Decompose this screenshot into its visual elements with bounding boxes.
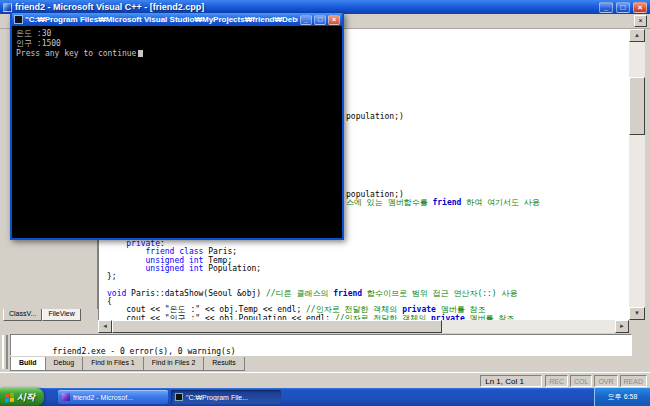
console-maximize-icon[interactable]: □ <box>314 15 326 25</box>
status-indicator-rec: REC <box>545 375 568 387</box>
status-indicator-read: READ <box>620 375 647 387</box>
output-tabs: BuildDebugFind in Files 1Find in Files 2… <box>10 357 244 371</box>
console-taskbar-icon <box>175 393 183 401</box>
taskbar-button-label: friend2 - Microsof... <box>73 394 133 401</box>
taskbar-buttons: friend2 - Microsof..."C:₩Program File... <box>58 390 281 404</box>
vcpp-taskbar-icon <box>62 393 70 401</box>
maximize-icon[interactable]: □ <box>616 2 630 13</box>
scrollbar-corner <box>629 320 645 333</box>
taskbar: 시작 friend2 - Microsof..."C:₩Program File… <box>0 388 650 406</box>
code-line: }; <box>107 273 629 281</box>
windows-flag-icon <box>5 392 14 402</box>
console-window[interactable]: "C:₩Program Files₩Microsoft Visual Studi… <box>10 13 344 240</box>
console-line: 온도 :30 <box>16 29 338 39</box>
editor-horizontal-scrollbar[interactable]: ◄ ► <box>98 320 629 333</box>
status-indicator-col: COL <box>570 375 592 387</box>
workspace-tab-fileview[interactable]: FileView <box>42 309 80 321</box>
output-tab-debug[interactable]: Debug <box>45 357 84 371</box>
system-tray: 오후 6:58 <box>594 388 650 406</box>
output-window: friend2.exe - 0 error(s), 0 warning(s) B… <box>2 333 648 372</box>
taskbar-button[interactable]: "C:₩Program File... <box>171 390 281 404</box>
console-line: Press any key to continue <box>16 49 338 59</box>
taskbar-clock: 오후 6:58 <box>608 392 638 402</box>
start-button-label: 시작 <box>17 391 35 404</box>
code-lines: private: friend class Paris; unsigned in… <box>107 240 629 320</box>
console-minimize-icon[interactable]: _ <box>300 15 312 25</box>
main-titlebar[interactable]: friend2 - Microsoft Visual C++ - [friend… <box>0 0 650 14</box>
output-tab-find-in-files-1[interactable]: Find in Files 1 <box>82 357 144 371</box>
console-close-icon[interactable]: × <box>328 15 340 25</box>
taskbar-button[interactable]: friend2 - Microsof... <box>58 390 168 404</box>
start-button[interactable]: 시작 <box>0 388 44 406</box>
vcpp-app-icon <box>3 3 12 12</box>
code-line: void Paris::dataShow(Seoul &obj) //다른 클래… <box>107 290 629 298</box>
scroll-left-icon[interactable]: ◄ <box>98 320 112 333</box>
scroll-up-icon[interactable]: ▲ <box>629 29 645 42</box>
status-bar: Ln 1, Col 1 RECCOLOVRREAD <box>0 372 650 388</box>
horizontal-scrollbar-thumb[interactable] <box>112 320 442 333</box>
code-fragment: 스에 있는 멤버함수를 friend 하여 여기서도 사용 <box>346 199 540 207</box>
code-line: unsigned int Population; <box>107 265 629 273</box>
output-drag-grip[interactable] <box>2 335 8 369</box>
console-cursor <box>138 50 143 57</box>
console-output: 온도 :30인구 :1500Press any key to continue <box>12 26 342 62</box>
status-line-col: Ln 1, Col 1 <box>480 375 542 387</box>
desktop: friend2 - Microsoft Visual C++ - [friend… <box>0 0 650 406</box>
workspace-tab-classv[interactable]: ClassV... <box>3 309 42 321</box>
mdi-close-icon[interactable]: × <box>634 15 647 27</box>
status-indicator-ovr: OVR <box>594 375 617 387</box>
status-indicators: RECCOLOVRREAD <box>545 375 647 387</box>
scroll-right-icon[interactable]: ► <box>615 320 629 333</box>
workspace-tabs: ClassV...FileView <box>3 309 81 321</box>
output-tab-find-in-files-2[interactable]: Find in Files 2 <box>143 357 205 371</box>
vertical-scrollbar-thumb[interactable] <box>629 77 645 135</box>
code-fragment: population;) <box>346 113 404 121</box>
console-titlebar[interactable]: "C:₩Program Files₩Microsoft Visual Studi… <box>12 13 342 26</box>
scroll-down-icon[interactable]: ▼ <box>629 307 645 320</box>
build-output-pane[interactable]: friend2.exe - 0 error(s), 0 warning(s) <box>10 334 632 356</box>
output-tab-results[interactable]: Results <box>203 357 244 371</box>
close-icon[interactable]: × <box>633 2 647 13</box>
build-output-message: friend2.exe - 0 error(s), 0 warning(s) <box>53 347 236 356</box>
taskbar-button-label: "C:₩Program File... <box>186 394 248 401</box>
console-window-title: "C:₩Program Files₩Microsoft Visual Studi… <box>25 15 298 24</box>
output-tab-build[interactable]: Build <box>10 357 46 371</box>
editor-vertical-scrollbar[interactable]: ▲ ▼ <box>629 29 645 320</box>
minimize-icon[interactable]: _ <box>599 2 613 13</box>
console-line: 인구 :1500 <box>16 39 338 49</box>
console-app-icon <box>14 15 23 24</box>
main-window-title: friend2 - Microsoft Visual C++ - [friend… <box>15 2 596 12</box>
